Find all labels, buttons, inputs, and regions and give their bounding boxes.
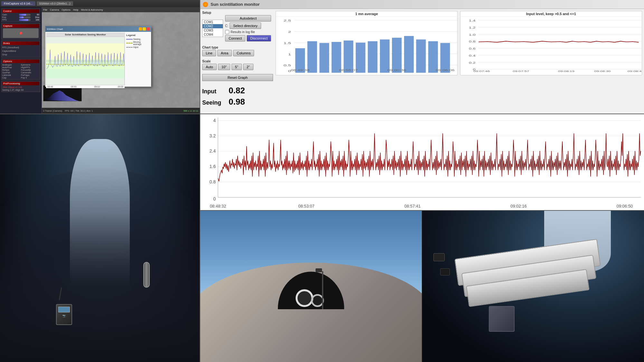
maximize-btn[interactable]: [143, 27, 146, 31]
scale-10-button[interactable]: 10": [218, 64, 230, 70]
scale-5-button[interactable]: 5": [232, 64, 242, 70]
telescope-equipment-photo: [422, 211, 644, 362]
observatory-interior-photo: 📷: [0, 114, 200, 362]
panel-capture: Capture: [2, 24, 39, 28]
svg-text:09:02:16: 09:02:16: [510, 204, 527, 209]
com-port-dropdown[interactable]: COM1 COM2 COM3 COM4: [202, 20, 223, 37]
close-btn[interactable]: [147, 27, 150, 31]
panel-roles: Roles: [2, 42, 39, 45]
reset-graph-button[interactable]: Reset Graph: [202, 74, 273, 81]
svg-text:08:53:07: 08:53:07: [298, 204, 315, 209]
avg-chart: 1 mn average: [276, 11, 458, 75]
svg-rect-23: [368, 41, 377, 73]
svg-text:2.4: 2.4: [209, 148, 216, 153]
results-log-checkbox[interactable]: [225, 30, 229, 34]
svg-text:09:07:57: 09:07:57: [513, 70, 529, 73]
tab-ssimmon[interactable]: SSIMon v3.0 (2848x1...): [37, 1, 73, 6]
main-time-chart: 4 3.2 2.4 1.6 0.8 0 08:48:32 08:53:07 08…: [200, 114, 644, 211]
svg-rect-18: [308, 41, 317, 73]
status-bar: 0 Trainer (Camera) FPS: 0/0 | TMl: 30.0 …: [42, 108, 200, 114]
svg-text:08:55:07: 08:55:07: [339, 69, 358, 72]
svg-text:2.5: 2.5: [283, 19, 291, 23]
svg-text:0.8: 0.8: [469, 40, 476, 43]
scale-label: Scale: [202, 60, 273, 63]
svg-text:08:49:38: 08:49:38: [291, 69, 310, 72]
setup-label: Setup: [202, 11, 273, 14]
monitor-titlebar: Sun scintillation monitor: [200, 0, 644, 9]
svg-rect-25: [392, 38, 402, 73]
svg-text:4: 4: [213, 118, 216, 123]
minimize-btn[interactable]: [139, 27, 142, 31]
svg-text:0.2: 0.2: [469, 61, 476, 64]
svg-rect-3: [46, 60, 124, 79]
svg-text:0.8: 0.8: [209, 179, 216, 184]
svg-text:0.5: 0.5: [283, 64, 291, 67]
com4-option[interactable]: COM4: [203, 32, 223, 37]
select-directory-button[interactable]: Select directory: [230, 23, 261, 29]
drive-label: C:: [225, 24, 228, 28]
ssimmon-titlebar: SSIMon Chart: [45, 26, 151, 32]
svg-rect-19: [319, 43, 329, 73]
input-chart: Input level, keep >0.5 and <=1: [460, 11, 642, 75]
panel-preprocessing: PreProcessing: [2, 82, 39, 85]
svg-rect-20: [332, 42, 341, 73]
avg-chart-title: 1 mn average: [276, 11, 457, 17]
svg-text:0: 0: [213, 196, 216, 201]
seeing-label: Seeing: [202, 99, 225, 106]
main-layout: FireCapture v2.6 (x6... SSIMon v3.0 (284…: [0, 0, 644, 362]
svg-text:1.0: 1.0: [469, 33, 476, 36]
sun-icon: [203, 2, 208, 7]
com1-option[interactable]: COM1: [203, 20, 223, 24]
ssimmon-window[interactable]: SSIMon Chart Solar Scintillation Seeing …: [45, 26, 151, 87]
svg-rect-27: [416, 40, 426, 73]
software-screenshot: FireCapture v2.6 (x6... SSIMon v3.0 (284…: [0, 0, 200, 114]
bottom-photos: [200, 211, 644, 362]
svg-text:1.5: 1.5: [283, 41, 291, 45]
ssimmon-legend: Legend Seeing Moving average Input: [125, 32, 150, 86]
svg-text:1: 1: [288, 52, 291, 56]
menu-bar: File Camera Options Help World & Astrono…: [42, 7, 200, 12]
slider-label: Gain: [2, 14, 18, 16]
panel-options: Options: [2, 60, 39, 63]
area-button[interactable]: Area: [217, 50, 232, 56]
svg-rect-28: [428, 41, 438, 73]
svg-rect-24: [380, 40, 390, 73]
panel-control: Control: [2, 9, 39, 13]
svg-text:09:08:41: 09:08:41: [628, 70, 642, 73]
connect-button[interactable]: Connect: [225, 35, 245, 42]
scale-2-button[interactable]: 2": [243, 64, 253, 70]
svg-text:1.4: 1.4: [469, 19, 476, 22]
monitor-title: Sun scintillation monitor: [211, 2, 260, 7]
svg-text:2: 2: [288, 30, 291, 34]
tab-firecapture[interactable]: FireCapture v2.6 (x6...: [1, 1, 35, 6]
monitor-controls: Setup COM1 COM2 COM3 COM4 Autodetect: [202, 11, 273, 112]
input-label: Input: [202, 88, 225, 95]
scale-auto-button[interactable]: Auto: [202, 64, 217, 70]
svg-text:1.6: 1.6: [209, 164, 216, 169]
input-chart-title: Input level, keep >0.5 and <=1: [460, 11, 642, 17]
svg-text:0.4: 0.4: [469, 54, 476, 57]
taskbar: FireCapture v2.6 (x6... SSIMon v3.0 (284…: [0, 0, 200, 7]
line-button[interactable]: Line: [202, 50, 216, 56]
disconnect-button[interactable]: Disconnect: [247, 35, 271, 42]
com2-option[interactable]: COM2: [203, 24, 223, 28]
svg-text:08:48:32: 08:48:32: [210, 204, 226, 209]
slider-label: Exp: [2, 16, 18, 18]
svg-text:09:08:19: 09:08:19: [558, 70, 574, 73]
chart-type-label: Chart type: [202, 46, 273, 49]
autodetect-button[interactable]: Autodetect: [225, 15, 271, 22]
svg-text:1.2: 1.2: [469, 26, 476, 29]
ssimmon-chart: [46, 37, 125, 85]
svg-rect-21: [344, 41, 353, 73]
results-log-label: Results in log file: [231, 30, 255, 34]
svg-text:09:06:50: 09:06:50: [617, 204, 633, 209]
svg-text:08:57:41: 08:57:41: [404, 204, 421, 209]
svg-text:09:07:46: 09:07:46: [473, 70, 490, 73]
com3-option[interactable]: COM3: [203, 28, 223, 32]
columns-button[interactable]: Columns: [233, 50, 254, 56]
svg-text:09:08:30: 09:08:30: [594, 70, 611, 73]
svg-text:09:06:06: 09:06:06: [436, 69, 455, 72]
svg-rect-26: [404, 36, 414, 73]
input-value: 0.82: [229, 86, 245, 96]
readings-section: Input 0.82 Seeing 0.98: [202, 86, 273, 108]
